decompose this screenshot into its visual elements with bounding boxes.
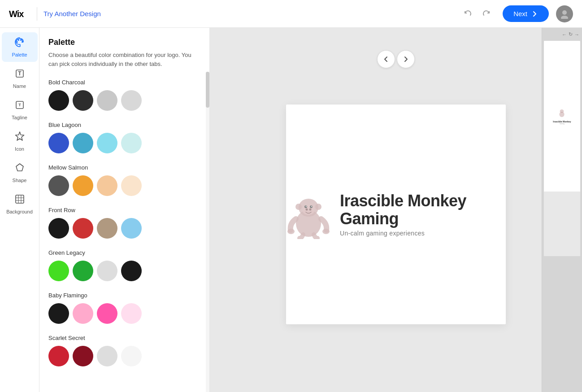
palette-group: Green Legacy	[48, 249, 197, 281]
svg-point-27	[287, 229, 295, 234]
palette-swatches	[48, 90, 197, 111]
color-swatch[interactable]	[97, 133, 117, 153]
header: Wix Try Another Design Next	[0, 0, 582, 28]
palette-icon	[14, 37, 25, 50]
palette-group: Baby Flamingo	[48, 292, 197, 324]
palette-group: Mellow Salmon	[48, 164, 197, 196]
svg-point-21	[304, 205, 307, 208]
svg-point-23	[306, 206, 307, 207]
next-arrow[interactable]	[397, 50, 415, 68]
sidebar-background-label: Background	[6, 209, 33, 214]
svg-text:T: T	[18, 103, 21, 107]
strip-nav-back[interactable]: ←	[562, 32, 567, 37]
prev-arrow[interactable]	[377, 50, 395, 68]
color-swatch[interactable]	[73, 133, 93, 153]
strip-nav-forward[interactable]: →	[574, 32, 579, 37]
logo-tagline: Un-calm gaming experiences	[340, 230, 506, 237]
sidebar-icon-label: Icon	[15, 146, 24, 152]
color-swatch[interactable]	[97, 303, 117, 324]
color-swatch[interactable]	[73, 175, 93, 196]
svg-point-19	[315, 204, 321, 210]
color-swatch[interactable]	[48, 218, 69, 239]
color-swatch[interactable]	[121, 346, 142, 366]
color-swatch[interactable]	[48, 303, 69, 324]
sidebar-item-icon[interactable]: Icon	[2, 126, 38, 156]
color-swatch[interactable]	[97, 218, 117, 239]
preview-area: Irascible Monkey Gaming Un-calm gaming e…	[210, 28, 582, 392]
palette-name: Baby Flamingo	[48, 292, 197, 299]
strip-nav-refresh[interactable]: ↻	[569, 31, 573, 37]
undo-button[interactable]	[460, 7, 475, 21]
name-icon: T	[14, 68, 25, 82]
color-swatch[interactable]	[48, 90, 69, 111]
palette-swatches	[48, 303, 197, 324]
try-another-link[interactable]: Try Another Design	[43, 10, 101, 17]
color-swatch[interactable]	[48, 261, 69, 281]
color-swatch[interactable]	[121, 261, 142, 281]
palette-group: Front Row	[48, 207, 197, 239]
tagline-icon: T	[14, 100, 25, 113]
color-swatch[interactable]	[73, 303, 93, 324]
palette-swatches	[48, 175, 197, 196]
color-swatch[interactable]	[73, 261, 93, 281]
color-swatch[interactable]	[121, 133, 142, 153]
palette-group: Bold Charcoal	[48, 79, 197, 111]
svg-point-28	[322, 229, 330, 234]
logo-content: Irascible Monkey Gaming Un-calm gaming e…	[286, 190, 506, 239]
undo-redo-group	[460, 7, 494, 21]
redo-button[interactable]	[479, 7, 494, 21]
sidebar-name-label: Name	[13, 83, 26, 89]
palette-name: Blue Lagoon	[48, 122, 197, 128]
svg-rect-11	[16, 195, 24, 203]
logo-icon-area	[286, 190, 331, 239]
color-swatch[interactable]	[48, 133, 69, 153]
panel-header: Palette Choose a beautiful color combina…	[39, 28, 209, 72]
palette-list: Bold CharcoalBlue LagoonMellow SalmonFro…	[39, 72, 206, 392]
svg-point-30	[560, 109, 564, 113]
palette-name: Scarlet Secret	[48, 335, 197, 341]
sidebar-item-palette[interactable]: Palette	[2, 32, 38, 62]
avatar[interactable]	[556, 5, 573, 22]
logo-text-area: Irascible Monkey Gaming Un-calm gaming e…	[340, 192, 506, 236]
color-swatch[interactable]	[121, 218, 142, 239]
color-swatch[interactable]	[121, 90, 142, 111]
palette-group: Blue Lagoon	[48, 122, 197, 153]
svg-point-18	[295, 204, 302, 210]
shape-icon	[14, 162, 25, 176]
color-swatch[interactable]	[97, 90, 117, 111]
palette-swatches	[48, 346, 197, 366]
next-button[interactable]: Next	[503, 5, 549, 22]
palette-swatches	[48, 133, 197, 153]
color-swatch[interactable]	[97, 346, 117, 366]
svg-point-3	[17, 41, 18, 43]
svg-point-26	[309, 209, 312, 211]
sidebar-item-name[interactable]: T Name	[2, 64, 38, 93]
color-swatch[interactable]	[121, 303, 142, 324]
header-divider	[37, 7, 37, 21]
svg-point-2	[561, 16, 568, 19]
color-swatch[interactable]	[121, 175, 142, 196]
sidebar-item-shape[interactable]: Shape	[2, 158, 38, 187]
color-swatch[interactable]	[73, 346, 93, 366]
nav-arrows	[377, 50, 415, 68]
color-swatch[interactable]	[48, 346, 69, 366]
panel-title: Palette	[48, 38, 200, 47]
color-swatch[interactable]	[73, 218, 93, 239]
icon-sidebar: Palette T Name T Tagline	[0, 28, 39, 392]
svg-text:Wix: Wix	[9, 9, 24, 19]
sidebar-palette-label: Palette	[12, 52, 27, 57]
icon-icon	[14, 131, 25, 144]
sidebar-item-tagline[interactable]: T Tagline	[2, 95, 38, 125]
palette-name: Front Row	[48, 207, 197, 213]
palette-group: Scarlet Secret	[48, 335, 197, 366]
sidebar-shape-label: Shape	[13, 178, 27, 183]
svg-point-22	[310, 205, 313, 208]
palette-panel: Palette Choose a beautiful color combina…	[39, 28, 210, 392]
color-swatch[interactable]	[97, 261, 117, 281]
sidebar-item-background[interactable]: Background	[2, 189, 38, 219]
color-swatch[interactable]	[97, 175, 117, 196]
palette-swatches	[48, 261, 197, 281]
svg-point-1	[562, 10, 567, 15]
color-swatch[interactable]	[73, 90, 93, 111]
color-swatch[interactable]	[48, 175, 69, 196]
